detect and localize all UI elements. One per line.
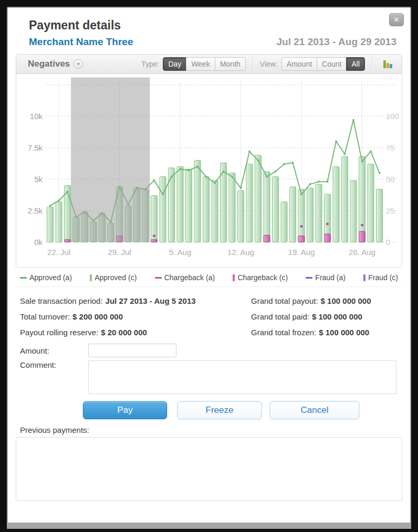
grand-total-payout-row: Grand total payout:$ 100 000 000 [251,293,396,309]
toolbar-divider [372,55,372,73]
legend-marker-icon [90,274,92,281]
legend-marker-icon [306,277,312,279]
type-option-week[interactable]: Week [186,57,215,71]
legend-marker-icon [363,274,365,281]
chart-panel: 0k2.5k5k7.5k10k025507510022. Jul29. Jul5… [16,74,402,268]
header-subrow: Merchant Name Three Jul 21 2013 - Aug 29… [29,36,396,48]
svg-text:19. Aug: 19. Aug [288,248,315,257]
legend-label: Chargeback (c) [237,273,288,282]
payment-form: Amount: Comment: Pay Freeze Cancel [20,344,396,419]
legend-item-approved-a[interactable]: Approved (a) [20,273,72,282]
svg-text:100: 100 [386,112,399,121]
page-background: ✕ Payment details Merchant Name Three Ju… [0,0,418,532]
close-button[interactable]: ✕ [389,13,404,26]
legend-item-chargeback-c[interactable]: Chargeback (c) [233,273,288,282]
view-segmented-control: AmountCountAll [281,57,365,71]
legend-item-approved-c[interactable]: Approved (c) [90,273,137,282]
field-value: $ 100 000 000 [312,312,362,321]
grand-total-paid-row: Grand total paid:$ 100 000 000 [251,309,396,325]
negatives-label: Negatives [28,59,70,69]
field-label: Payout rolling reserve: [20,328,98,337]
svg-text:7.5k: 7.5k [28,143,43,152]
legend-label: Approved (c) [95,273,137,282]
freeze-button[interactable]: Freeze [177,401,262,419]
merchant-link[interactable]: Merchant Name Three [29,36,133,48]
totals-left-column: Sale transaction period:Jul 27 2013 - Au… [20,293,251,341]
amount-field[interactable] [88,344,176,357]
legend-item-fraud-a[interactable]: Fraud (a) [306,273,346,282]
grand-total-frozen-row: Grand total frozen:$ 100 000 000 [251,325,396,341]
chevron-down-icon: ▾ [74,59,83,69]
comment-field[interactable] [88,360,396,394]
pay-button[interactable]: Pay [83,401,167,419]
field-value: $ 20 000 000 [101,328,147,337]
payment-details-modal: ✕ Payment details Merchant Name Three Ju… [7,7,411,524]
svg-text:10k: 10k [30,112,43,121]
field-value: $ 100 000 000 [319,328,369,337]
view-option-all[interactable]: All [346,57,365,71]
window-bottom-edge [7,524,411,529]
field-label: Sale transaction period: [20,296,103,305]
field-label: Grand total paid: [251,312,309,321]
field-label: Total turnover: [20,312,70,321]
field-value: $ 200 000 000 [72,312,123,321]
previous-payments-label: Previous payments: [20,425,410,434]
close-icon: ✕ [394,16,400,24]
amount-row: Amount: [20,344,396,357]
legend-marker-icon [155,277,162,279]
page-title: Payment details [29,18,410,33]
svg-text:0: 0 [386,238,390,247]
type-option-day[interactable]: Day [163,57,186,71]
view-option-count[interactable]: Count [317,57,347,71]
bar-chart-icon-bar [390,64,392,68]
svg-text:5k: 5k [34,175,43,184]
legend-marker-icon [20,277,27,279]
bar-chart-icon-bar [383,60,386,68]
payout-rolling-reserve-row: Payout rolling reserve:$ 20 000 000 [20,325,251,341]
svg-text:26. Aug: 26. Aug [349,248,375,257]
amount-label: Amount: [20,346,88,355]
type-label: Type: [141,60,159,68]
svg-text:25: 25 [386,206,395,215]
date-range: Jul 21 2013 - Aug 29 2013 [277,36,396,48]
total-turnover-row: Total turnover:$ 200 000 000 [20,309,251,325]
svg-text:0k: 0k [34,238,43,247]
field-value: $ 100 000 000 [321,296,371,305]
chart-toolbar: Negatives ▾ Type: DayWeekMonth View: Amo… [16,54,402,74]
legend-label: Chargeback (a) [164,273,215,282]
svg-text:22. Jul: 22. Jul [47,248,70,257]
svg-text:12. Aug: 12. Aug [227,248,254,257]
legend-item-chargeback-a[interactable]: Chargeback (a) [155,273,215,282]
chart-legend: Approved (a)Approved (c)Chargeback (a)Ch… [16,273,402,287]
action-buttons: Pay Freeze Cancel [83,401,396,419]
negatives-chart[interactable]: 0k2.5k5k7.5k10k025507510022. Jul29. Jul5… [16,74,402,268]
previous-payments-list [16,437,402,501]
totals-right-column: Grand total payout:$ 100 000 000 Grand t… [251,293,396,341]
sale-transaction-period-row: Sale transaction period:Jul 27 2013 - Au… [20,293,251,309]
bar-chart-icon-bar [386,63,389,68]
negatives-dropdown[interactable]: Negatives ▾ [28,59,83,69]
legend-marker-icon [233,274,235,281]
svg-text:5. Aug: 5. Aug [169,248,192,257]
type-segmented-control: DayWeekMonth [163,57,245,71]
legend-label: Fraud (c) [368,273,398,282]
field-value: Jul 27 2013 - Aug 5 2013 [106,296,196,305]
field-label: Grand total frozen: [251,328,316,337]
svg-text:2.5k: 2.5k [28,206,43,215]
comment-label: Comment: [20,360,88,369]
view-label: View: [260,60,278,68]
comment-row: Comment: [20,360,396,394]
bar-chart-icon[interactable] [383,60,392,68]
legend-label: Fraud (a) [315,273,346,282]
totals-section: Sale transaction period:Jul 27 2013 - Au… [20,293,396,341]
field-label: Grand total payout: [251,296,318,305]
svg-text:75: 75 [386,143,395,152]
legend-item-fraud-c[interactable]: Fraud (c) [363,273,398,282]
legend-label: Approved (a) [29,273,72,282]
cancel-button[interactable]: Cancel [270,401,359,419]
type-option-month[interactable]: Month [215,57,246,71]
svg-text:50: 50 [386,175,395,184]
svg-text:29. Jul: 29. Jul [108,248,131,257]
toolbar-divider [253,55,253,73]
view-option-amount[interactable]: Amount [281,57,317,71]
